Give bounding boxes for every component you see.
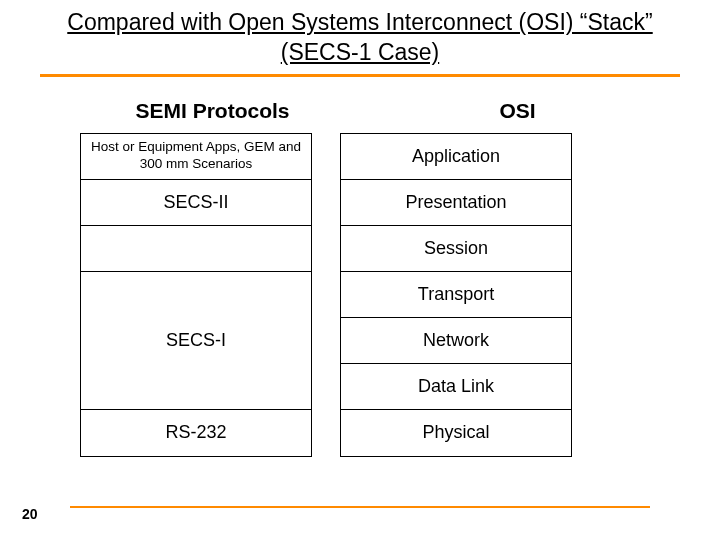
semi-row-empty — [81, 226, 311, 272]
title-wrap: Compared with Open Systems Interconnect … — [0, 0, 720, 68]
footer-rule — [70, 506, 650, 508]
slide-title: Compared with Open Systems Interconnect … — [40, 8, 680, 68]
osi-application: Application — [341, 134, 571, 180]
semi-row-secs2: SECS-II — [81, 180, 311, 226]
column-headers: SEMI Protocols OSI — [80, 99, 650, 133]
osi-session: Session — [341, 226, 571, 272]
tables: Host or Equipment Apps, GEM and 300 mm S… — [80, 133, 650, 457]
osi-datalink: Data Link — [341, 364, 571, 410]
slide: Compared with Open Systems Interconnect … — [0, 0, 720, 540]
semi-row-rs232: RS-232 — [81, 410, 311, 456]
content: SEMI Protocols OSI Host or Equipment App… — [80, 99, 650, 479]
page-number: 20 — [22, 506, 38, 522]
semi-row-apps: Host or Equipment Apps, GEM and 300 mm S… — [81, 134, 311, 180]
osi-presentation: Presentation — [341, 180, 571, 226]
semi-row-secs1: SECS-I — [81, 272, 311, 410]
header-osi: OSI — [345, 99, 650, 133]
osi-column: Application Presentation Session Transpo… — [340, 133, 572, 457]
osi-transport: Transport — [341, 272, 571, 318]
semi-column: Host or Equipment Apps, GEM and 300 mm S… — [80, 133, 312, 457]
header-semi: SEMI Protocols — [80, 99, 345, 133]
osi-physical: Physical — [341, 410, 571, 456]
title-rule — [40, 74, 680, 77]
osi-network: Network — [341, 318, 571, 364]
